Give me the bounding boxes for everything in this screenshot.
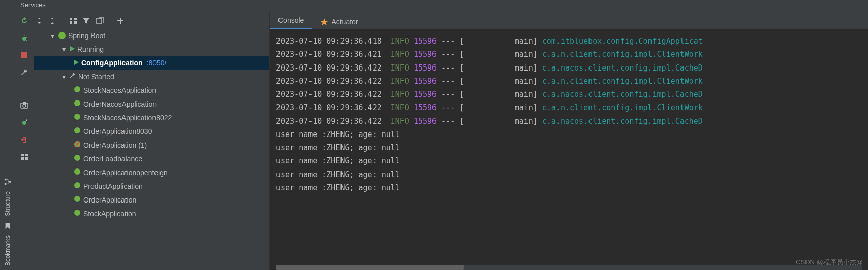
spring-icon [73, 167, 81, 177]
svg-rect-10 [25, 154, 28, 156]
svg-point-18 [58, 32, 66, 39]
notstarted-group-label: Not Started [78, 73, 114, 81]
svg-point-26 [74, 182, 80, 188]
collapse-all-icon[interactable] [47, 15, 58, 26]
tab-actuator[interactable]: Actuator [312, 14, 366, 29]
tree-group-running[interactable]: ▾ Running [34, 42, 269, 56]
play-icon [73, 59, 79, 67]
group-icon[interactable] [68, 15, 79, 26]
rerun-icon[interactable] [19, 15, 30, 26]
svg-point-19 [74, 86, 80, 92]
svg-rect-17 [97, 18, 102, 24]
structure-icon [4, 178, 11, 185]
svg-rect-1 [4, 183, 6, 185]
tree-item-label: StockNacosApplication [83, 86, 156, 94]
tab-console[interactable]: Console [270, 13, 312, 29]
running-group-label: Running [77, 45, 104, 53]
spring-icon [73, 85, 81, 95]
spring-icon [58, 31, 66, 40]
filter-icon[interactable] [81, 15, 92, 26]
bug-icon[interactable] [19, 32, 30, 44]
open-icon[interactable] [94, 15, 105, 26]
tree-item[interactable]: OrderApplication8030 [34, 124, 269, 138]
bookmark-icon [4, 222, 11, 229]
tree-item[interactable]: StockNacosApplication8022 [34, 111, 269, 124]
exit-icon[interactable] [19, 134, 30, 145]
tree-item[interactable]: OrderApplication (1) [34, 138, 269, 152]
chevron-down-icon: ▾ [60, 73, 67, 81]
spring-icon [73, 209, 81, 218]
watermark: CSDN @程序员小杰@ [796, 258, 863, 267]
chevron-down-icon: ▾ [60, 45, 67, 53]
chevron-down-icon: ▾ [49, 31, 56, 40]
tree-item-label: OrderNacosApplication [83, 100, 157, 108]
tree-item[interactable]: ProductApplication [34, 179, 269, 193]
horizontal-scrollbar[interactable] [276, 265, 862, 270]
actuator-icon [320, 18, 328, 26]
tree-item[interactable]: OrderNacosApplication [34, 97, 269, 111]
tree-item[interactable]: OrderApplication [34, 193, 269, 207]
tree-item-label: OrderApplicationopenfeign [83, 168, 168, 177]
action-toolbar [15, 12, 34, 270]
tree-group-notstarted[interactable]: ▾ Not Started [34, 70, 269, 83]
svg-rect-4 [21, 52, 27, 58]
left-rail: Structure Bookmarks [0, 0, 15, 270]
tree-item-label: StockNacosApplication8022 [83, 114, 172, 122]
tree-item-label: OrderApplication [83, 196, 136, 204]
config-app-label: ConfigApplication [81, 59, 143, 67]
wrench-icon [69, 72, 76, 81]
layout-icon[interactable] [19, 151, 30, 162]
svg-point-8 [22, 121, 26, 125]
svg-point-22 [74, 127, 80, 133]
svg-rect-7 [23, 102, 26, 104]
spring-icon [73, 140, 81, 150]
svg-rect-0 [4, 179, 6, 181]
svg-rect-12 [25, 157, 28, 160]
svg-rect-11 [21, 157, 24, 160]
services-tree: ▾ Spring Boot ▾ Running ConfigApplicatio… [34, 12, 269, 270]
svg-rect-9 [21, 154, 24, 156]
spring-icon [73, 126, 81, 136]
tree-item-label: OrderLoadbalance [83, 155, 142, 163]
svg-point-3 [22, 37, 26, 41]
stop-icon[interactable] [19, 50, 30, 61]
svg-point-28 [74, 210, 80, 216]
config-app-port[interactable]: :8050/ [147, 59, 167, 67]
spring-icon [73, 113, 81, 122]
wrench-icon[interactable] [19, 67, 30, 78]
tree-item-label: OrderApplication8030 [83, 127, 152, 136]
tree-item[interactable]: OrderApplicationopenfeign [34, 165, 269, 179]
svg-rect-14 [74, 18, 77, 20]
tree-item[interactable]: StockApplication [34, 207, 269, 220]
svg-rect-13 [70, 18, 72, 20]
svg-rect-16 [74, 21, 77, 24]
tree-item-label: StockApplication [83, 210, 136, 218]
spring-icon [73, 195, 81, 205]
camera-icon[interactable] [19, 99, 30, 111]
spring-icon [73, 181, 81, 191]
console-output[interactable]: 2023-07-10 09:29:36.418 INFO 15596 --- [… [270, 29, 868, 265]
structure-tab[interactable]: Structure [4, 187, 11, 220]
tree-item[interactable]: StockNacosApplication [34, 83, 269, 97]
expand-all-icon[interactable] [34, 15, 45, 26]
tree-root-springboot[interactable]: ▾ Spring Boot [34, 28, 269, 42]
tree-item-configapplication[interactable]: ConfigApplication :8050/ [34, 56, 269, 70]
tab-actuator-label: Actuator [331, 18, 358, 26]
svg-point-24 [74, 155, 80, 161]
svg-point-6 [23, 104, 26, 107]
tree-item[interactable]: OrderLoadbalance [34, 152, 269, 165]
svg-rect-2 [9, 181, 11, 183]
svg-rect-15 [70, 21, 72, 24]
spring-icon [73, 99, 81, 109]
play-icon [69, 45, 75, 53]
tree-item-label: ProductApplication [83, 182, 143, 190]
add-icon[interactable] [115, 15, 126, 26]
spring-icon [73, 154, 81, 163]
bookmarks-tab[interactable]: Bookmarks [4, 231, 11, 270]
svg-point-21 [74, 114, 80, 120]
debug-restart-icon[interactable] [19, 117, 30, 128]
tree-root-label: Spring Boot [68, 31, 105, 40]
panel-title: Services [15, 0, 868, 12]
svg-point-20 [74, 100, 80, 106]
tree-item-label: OrderApplication (1) [83, 141, 147, 149]
